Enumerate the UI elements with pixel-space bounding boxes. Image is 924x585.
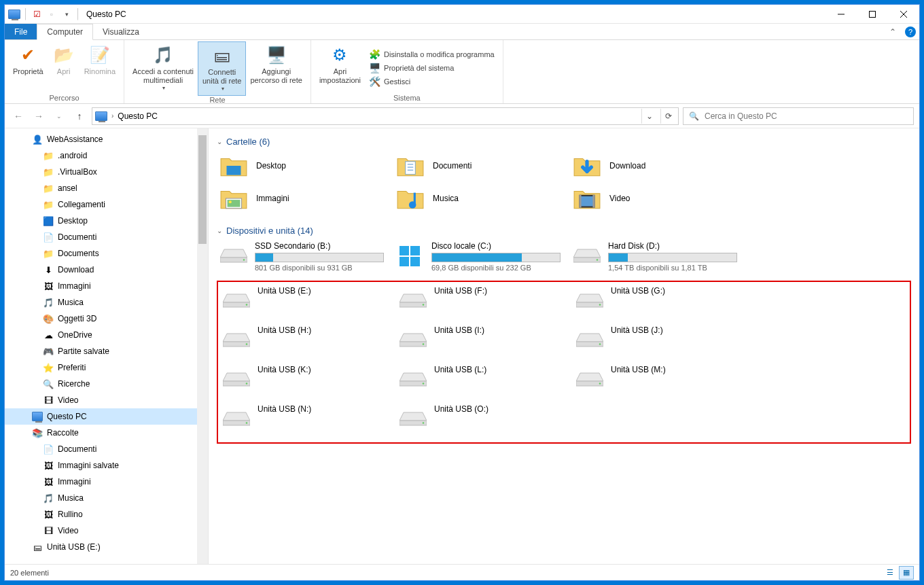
address-dropdown-button[interactable]: ⌄ — [641, 109, 656, 124]
ribbon-properties-button[interactable]: ✔ Proprietà — [9, 41, 48, 94]
drive-icon — [399, 286, 427, 315]
status-count: 20 elementi — [10, 569, 49, 577]
section-folders-header[interactable]: ⌄ Cartelle (6) — [217, 134, 911, 151]
nav-icon: 🖼 — [43, 281, 54, 291]
folder-desktop[interactable]: Desktop — [217, 151, 387, 181]
svg-rect-21 — [410, 246, 420, 255]
ribbon-open-button[interactable]: 📂 Apri — [48, 41, 80, 94]
svg-marker-17 — [220, 249, 247, 258]
nav-item-documents[interactable]: 📁Documents — [5, 245, 208, 262]
nav-item-documenti[interactable]: 📄Documenti — [5, 229, 208, 245]
breadcrumb[interactable]: Questo PC — [118, 111, 158, 121]
nav-forward-button[interactable]: → — [31, 108, 47, 124]
ribbon-settings-button[interactable]: ⚙ Apri impostazioni — [315, 41, 365, 94]
nav-recent-button[interactable]: ⌄ — [51, 108, 67, 124]
search-input[interactable]: 🔍 Cerca in Questo PC — [683, 107, 914, 125]
navigation-pane[interactable]: 👤WebAssistance📁.android📁.VirtualBox📁anse… — [5, 128, 209, 564]
system-menu-icon[interactable] — [7, 7, 21, 21]
drive-unit-usb-l-[interactable]: Unità USB (L:) — [396, 364, 566, 400]
minimize-button[interactable] — [825, 5, 857, 24]
nav-thispc[interactable]: Questo PC — [5, 408, 208, 425]
qat-dropdown-icon[interactable]: ▾ — [60, 7, 73, 21]
refresh-button[interactable]: ⟳ — [660, 109, 675, 124]
nav-item-video[interactable]: 🎞Video — [5, 522, 208, 539]
ribbon-rename-button[interactable]: 📝 Rinomina — [80, 41, 120, 94]
svg-marker-42 — [576, 334, 603, 342]
section-drives-header[interactable]: ⌄ Dispositivi e unità (14) — [217, 223, 911, 240]
drive-unit-usb-j-[interactable]: Unità USB (J:) — [573, 324, 743, 361]
drive-unit-usb-h-[interactable]: Unità USB (H:) — [219, 324, 389, 361]
nav-usb-e[interactable]: 🖴Unità USB (E:) — [5, 539, 208, 555]
nav-item-musica[interactable]: 🎵Musica — [5, 294, 208, 311]
uninstall-icon: 🧩 — [369, 49, 380, 60]
highlight-annotation: Unità USB (E:)Unità USB (F:)Unità USB (G… — [217, 281, 911, 444]
drive-unit-usb-g-[interactable]: Unità USB (G:) — [573, 285, 743, 321]
ribbon-manage-button[interactable]: 🛠️ Gestisci — [369, 76, 495, 87]
ribbon-sysprops-button[interactable]: 🖥️ Proprietà del sistema — [369, 63, 495, 73]
drive-usage-bar — [255, 253, 384, 262]
nav-item-collegamenti[interactable]: 📁Collegamenti — [5, 196, 208, 213]
nav-item-ansel[interactable]: 📁ansel — [5, 180, 208, 196]
drive-name: Unità USB (E:) — [257, 286, 387, 296]
nav-back-button[interactable]: ← — [10, 108, 26, 124]
folder-video[interactable]: Video — [570, 183, 740, 213]
nav-item-documenti[interactable]: 📄Documenti — [5, 441, 208, 457]
tab-file[interactable]: File — [5, 24, 37, 39]
folder-immagini[interactable]: Immagini — [217, 183, 387, 213]
folder-documenti[interactable]: Documenti — [393, 151, 563, 181]
folder-download[interactable]: Download — [570, 151, 740, 181]
drive-hard-disk-d-[interactable]: Hard Disk (D:)1,54 TB disponibili su 1,8… — [570, 240, 740, 277]
ribbon-mapdrive-button[interactable]: 🖴 Connetti unità di rete▾ — [198, 41, 246, 96]
drive-icon: 🖴 — [211, 45, 233, 67]
nav-raccolte[interactable]: 📚Raccolte — [5, 425, 208, 441]
help-button[interactable]: ? — [902, 24, 919, 39]
view-tiles-button[interactable]: ▦ — [899, 566, 914, 580]
nav-item-partite-salvate[interactable]: 🎮Partite salvate — [5, 343, 208, 359]
maximize-button[interactable] — [857, 5, 888, 24]
nav-item-rullino[interactable]: 🖼Rullino — [5, 506, 208, 522]
nav-item--virtualbox[interactable]: 📁.VirtualBox — [5, 164, 208, 180]
close-button[interactable] — [888, 5, 919, 24]
drive-unit-usb-o-[interactable]: Unità USB (O:) — [396, 403, 566, 440]
search-placeholder: Cerca in Questo PC — [705, 111, 777, 121]
drive-unit-usb-k-[interactable]: Unità USB (K:) — [219, 364, 389, 400]
drive-unit-usb-f-[interactable]: Unità USB (F:) — [396, 285, 566, 321]
qat-newfolder-icon[interactable]: ▫ — [45, 7, 58, 21]
tab-computer[interactable]: Computer — [37, 24, 93, 40]
nav-item-immagini[interactable]: 🖼Immagini — [5, 278, 208, 294]
ribbon-media-button[interactable]: 🎵 Accedi a contenuti multimediali▾ — [128, 41, 198, 96]
address-bar[interactable]: › Questo PC ⌄ ⟳ — [92, 107, 679, 125]
drive-icon — [575, 365, 604, 393]
nav-item-immagini-salvate[interactable]: 🖼Immagini salvate — [5, 457, 208, 474]
drive-unit-usb-e-[interactable]: Unità USB (E:) — [219, 285, 389, 321]
tab-view[interactable]: Visualizza — [93, 24, 149, 39]
folder-musica[interactable]: Musica — [393, 183, 563, 213]
ribbon-addlocation-button[interactable]: 🖥️ Aggiungi percorso di rete — [246, 41, 306, 96]
nav-up-button[interactable]: ↑ — [71, 108, 88, 124]
nav-label: OneDrive — [58, 330, 92, 340]
nav-item--android[interactable]: 📁.android — [5, 147, 208, 164]
ribbon-collapse-button[interactable]: ⌃ — [884, 24, 902, 39]
explorer-window: ☑ ▫ ▾ Questo PC File Computer Visualizza… — [4, 4, 920, 581]
drive-unit-usb-n-[interactable]: Unità USB (N:) — [219, 403, 389, 440]
nav-item-desktop[interactable]: 🟦Desktop — [5, 213, 208, 229]
nav-item-download[interactable]: ⬇Download — [5, 262, 208, 278]
drive-ssd-secondario-b-[interactable]: SSD Secondario (B:)801 GB disponibili su… — [217, 240, 387, 277]
nav-item-immagini[interactable]: 🖼Immagini — [5, 474, 208, 490]
nav-item-preferiti[interactable]: ⭐Preferiti — [5, 359, 208, 376]
folder-icon — [219, 186, 248, 211]
nav-item-oggetti-3d[interactable]: 🎨Oggetti 3D — [5, 311, 208, 327]
chevron-down-icon: ⌄ — [217, 227, 222, 234]
folder-icon — [396, 186, 425, 211]
view-details-button[interactable]: ☰ — [883, 566, 898, 580]
ribbon-uninstall-button[interactable]: 🧩 Disinstalla o modifica programma — [369, 49, 495, 60]
nav-item-musica[interactable]: 🎵Musica — [5, 490, 208, 506]
drive-unit-usb-i-[interactable]: Unità USB (I:) — [396, 324, 566, 361]
nav-user[interactable]: 👤WebAssistance — [5, 131, 208, 147]
drive-unit-usb-m-[interactable]: Unità USB (M:) — [573, 364, 743, 400]
nav-item-video[interactable]: 🎞Video — [5, 392, 208, 408]
nav-item-onedrive[interactable]: ☁OneDrive — [5, 327, 208, 343]
qat-properties-icon[interactable]: ☑ — [30, 7, 43, 21]
nav-item-ricerche[interactable]: 🔍Ricerche — [5, 376, 208, 392]
drive-disco-locale-c-[interactable]: Disco locale (C:)69,8 GB disponibili su … — [393, 240, 563, 277]
